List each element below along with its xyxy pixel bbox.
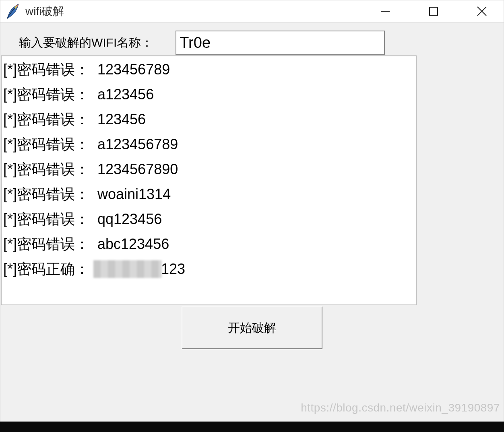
log-line: [*]密码错误：woaini1314	[3, 182, 415, 207]
log-wrong-label: 密码错误：	[17, 107, 89, 132]
wifi-input-row: 输入要破解的WIFI名称：	[0, 27, 504, 56]
button-row: 开始破解	[0, 305, 504, 349]
titlebar: wifi破解	[0, 0, 504, 23]
log-wrong-label: 密码错误：	[17, 232, 89, 257]
content-area: 输入要破解的WIFI名称： [*]密码错误：123456789[*]密码错误：a…	[0, 23, 504, 349]
svg-rect-1	[430, 7, 438, 15]
log-line: [*]密码错误：qq123456	[3, 207, 415, 232]
log-prefix: [*]	[3, 132, 17, 157]
log-prefix: [*]	[3, 257, 17, 282]
log-value: 1234567890	[97, 157, 178, 182]
log-value: a123456	[97, 82, 154, 107]
log-value: 123456789	[97, 57, 170, 82]
log-wrong-label: 密码错误：	[17, 82, 89, 107]
redacted-block	[93, 260, 162, 278]
close-button[interactable]	[470, 3, 494, 19]
window-controls	[373, 3, 502, 19]
log-wrong-label: 密码错误：	[17, 182, 89, 207]
log-line: [*]密码正确：123	[3, 257, 415, 282]
log-value: abc123456	[97, 232, 169, 257]
log-wrong-label: 密码错误：	[17, 132, 89, 157]
log-line: [*]密码错误：1234567890	[3, 157, 415, 182]
log-prefix: [*]	[3, 207, 17, 232]
wifi-name-input[interactable]	[176, 31, 385, 55]
log-value: 123456	[97, 107, 146, 132]
log-prefix: [*]	[3, 107, 17, 132]
log-value: a123456789	[97, 132, 178, 157]
maximize-button[interactable]	[421, 3, 446, 19]
app-window: wifi破解 输入要破解的WIFI名称： [*]密码错误：123456789[*…	[0, 0, 504, 432]
log-value-suffix: 123	[161, 257, 185, 282]
log-prefix: [*]	[3, 182, 17, 207]
start-crack-button[interactable]: 开始破解	[182, 307, 322, 349]
log-correct-label: 密码正确：	[17, 257, 89, 282]
log-wrong-label: 密码错误：	[17, 157, 89, 182]
bottom-strip	[0, 422, 504, 432]
log-prefix: [*]	[3, 232, 17, 257]
minimize-button[interactable]	[373, 3, 397, 19]
log-wrong-label: 密码错误：	[17, 207, 89, 232]
log-wrong-label: 密码错误：	[17, 57, 89, 82]
tk-feather-icon	[4, 3, 21, 19]
log-prefix: [*]	[3, 157, 17, 182]
log-value: qq123456	[97, 207, 162, 232]
wifi-name-label: 输入要破解的WIFI名称：	[19, 35, 153, 51]
log-value: woaini1314	[97, 182, 171, 207]
log-line: [*]密码错误：123456789	[3, 57, 415, 82]
log-line: [*]密码错误：123456	[3, 107, 415, 132]
log-line: [*]密码错误：abc123456	[3, 232, 415, 257]
log-line: [*]密码错误：a123456	[3, 82, 415, 107]
log-prefix: [*]	[3, 57, 17, 82]
log-line: [*]密码错误：a123456789	[3, 132, 415, 157]
window-title: wifi破解	[25, 4, 373, 19]
log-prefix: [*]	[3, 82, 17, 107]
log-output: [*]密码错误：123456789[*]密码错误：a123456[*]密码错误：…	[1, 56, 417, 305]
